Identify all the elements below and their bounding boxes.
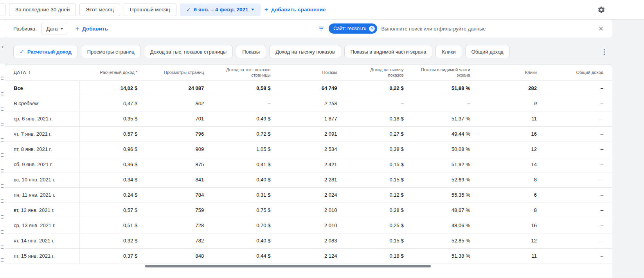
value-cell: 782: [146, 233, 212, 248]
clipped-icon: [1, 230, 4, 234]
value-cell: 0,51 $: [79, 218, 146, 233]
row-label-cell: чт, 14 янв. 2021 г.: [5, 233, 79, 248]
metric-chip[interactable]: Доход на тысячу показов: [269, 45, 341, 58]
metric-chip[interactable]: Просмотры страниц: [81, 45, 141, 58]
kebab-icon: ⋮: [601, 48, 608, 56]
date-preset-button[interactable]: За последние 30 дней: [9, 4, 76, 16]
gear-icon: [597, 6, 605, 14]
date-preset-button[interactable]: Этот месяц: [79, 4, 120, 16]
value-cell: –: [545, 96, 612, 111]
column-header-label: Расчетный доход *: [100, 70, 138, 75]
metric-chip-label: Общий доход: [471, 49, 504, 55]
value-cell: –: [545, 81, 612, 96]
metric-chip-label: Просмотры страниц: [87, 49, 135, 55]
dimension-select[interactable]: Дата: [41, 23, 68, 34]
column-header[interactable]: ДАТА↑: [5, 65, 79, 81]
date-range-label: 6 янв. – 4 февр. 2021: [194, 7, 248, 13]
column-header[interactable]: Просмотры страниц: [146, 65, 212, 81]
add-comparison-button[interactable]: + добавить сравнение: [264, 6, 326, 13]
scrollbar-thumb[interactable]: [145, 265, 431, 267]
column-header-label: Общий доход: [576, 70, 603, 75]
value-cell: –: [545, 126, 612, 142]
column-header[interactable]: Доход за тыс. показов страницы: [212, 65, 279, 81]
date-preset-button-clipped[interactable]: й: [0, 4, 5, 16]
clipped-icon: [1, 138, 4, 142]
value-cell: 11: [479, 248, 545, 264]
value-cell: 0,38 $: [346, 142, 412, 157]
metric-chip-label: Показы: [242, 49, 260, 55]
column-header[interactable]: Показы в видимой части экрана: [412, 65, 479, 81]
metric-chip[interactable]: Общий доход: [465, 45, 510, 58]
row-label-cell: Все: [5, 81, 79, 96]
remove-filter-icon[interactable]: ✕: [369, 26, 375, 32]
value-cell: 12: [479, 142, 545, 157]
settings-button[interactable]: [596, 5, 606, 15]
table-row: чт, 14 янв. 2021 г.0,32 $7820,40 $2 0830…: [5, 233, 612, 248]
search-filter-input[interactable]: [381, 26, 595, 32]
value-cell: 0,70 $: [212, 218, 279, 233]
value-cell: 12: [479, 233, 545, 248]
value-cell: –: [545, 172, 612, 187]
value-cell: 2 421: [279, 157, 345, 172]
value-cell: 0,96 $: [79, 142, 146, 157]
metric-chip[interactable]: Доход за тыс. показов страницы: [144, 45, 233, 58]
table-row: пт, 8 янв. 2021 г.0,96 $9091,05 $2 5340,…: [5, 142, 612, 157]
value-cell: –: [545, 203, 612, 218]
chevron-down-icon: [251, 9, 254, 11]
clipped-icon: [1, 92, 4, 95]
column-header[interactable]: Общий доход: [545, 65, 612, 81]
row-label-cell: ср, 6 янв. 2021 г.: [5, 111, 79, 126]
metric-chip[interactable]: Клики: [435, 45, 462, 58]
value-cell: 796: [146, 126, 212, 142]
value-cell: 0,24 $: [79, 187, 146, 203]
add-breakdown-button[interactable]: + Добавить: [75, 25, 108, 32]
value-cell: 0,15 $: [346, 233, 412, 248]
filter-chip-site[interactable]: Сайт: redsol.ru ✕: [329, 23, 377, 34]
date-preset-button[interactable]: Прошлый месяц: [124, 4, 176, 16]
value-cell: 0,44 $: [212, 248, 279, 264]
value-cell: 2 024: [279, 187, 345, 203]
clipped-icon: [1, 215, 4, 219]
column-header[interactable]: Клики: [479, 65, 545, 81]
plus-icon: +: [264, 6, 268, 13]
sort-ascending-icon: ↑: [28, 69, 31, 75]
value-cell: 1 877: [279, 111, 345, 126]
value-cell: 6: [479, 187, 545, 203]
metric-chip[interactable]: Показы: [236, 45, 266, 58]
row-label-cell: вс, 10 янв. 2021 г.: [5, 172, 79, 187]
more-options-button[interactable]: ⋮: [599, 47, 609, 57]
report-table: ДАТА↑Расчетный доход *Просмотры страницД…: [5, 65, 612, 264]
value-cell: 8: [479, 172, 545, 187]
value-cell: 0,36 $: [79, 157, 146, 172]
close-filter-button[interactable]: [595, 23, 607, 34]
row-label-cell: сб, 9 янв. 2021 г.: [5, 157, 79, 172]
date-range-selected-button[interactable]: ✓ 6 янв. – 4 февр. 2021: [180, 4, 261, 16]
metric-chip-label: Клики: [442, 49, 455, 55]
column-header-label: Доход на тысячу показов: [370, 67, 403, 77]
column-header-label: Просмотры страниц: [164, 70, 204, 75]
metric-chip-label: Показы в видимой части экрана: [351, 49, 426, 55]
value-cell: 0,35 $: [79, 111, 146, 126]
value-cell: 51,37 %: [412, 111, 479, 126]
table-header-row: ДАТА↑Расчетный доход *Просмотры страницД…: [5, 65, 612, 81]
value-cell: 51,92 %: [412, 157, 479, 172]
clipped-icon: [1, 108, 4, 111]
metric-chip[interactable]: ✓Расчетный доход: [13, 45, 78, 58]
table-row: пн, 11 янв. 2021 г.0,24 $7840,31 $2 0240…: [5, 187, 612, 203]
table-row: сб, 9 янв. 2021 г.0,36 $8750,41 $2 4210,…: [5, 157, 612, 172]
column-header[interactable]: Показы: [279, 65, 345, 81]
collapse-panel-chevron-icon[interactable]: ‹: [0, 43, 5, 50]
value-cell: 0,41 $: [212, 157, 279, 172]
column-header[interactable]: Расчетный доход *: [79, 65, 146, 81]
column-header[interactable]: Доход на тысячу показов: [346, 65, 412, 81]
row-label-cell: пт, 15 янв. 2021 г.: [5, 248, 79, 264]
value-cell: –: [412, 96, 479, 111]
value-cell: 282: [479, 81, 545, 96]
value-cell: 11: [479, 111, 545, 126]
metric-chip[interactable]: Показы в видимой части экрана: [344, 45, 433, 58]
table-row: ср, 6 янв. 2021 г.0,35 $7010,49 $1 8770,…: [5, 111, 612, 126]
value-cell: 0,57 $: [79, 126, 146, 142]
value-cell: 802: [146, 96, 212, 111]
breakdown-label: Разбивка:: [13, 26, 37, 32]
value-cell: –: [545, 218, 612, 233]
